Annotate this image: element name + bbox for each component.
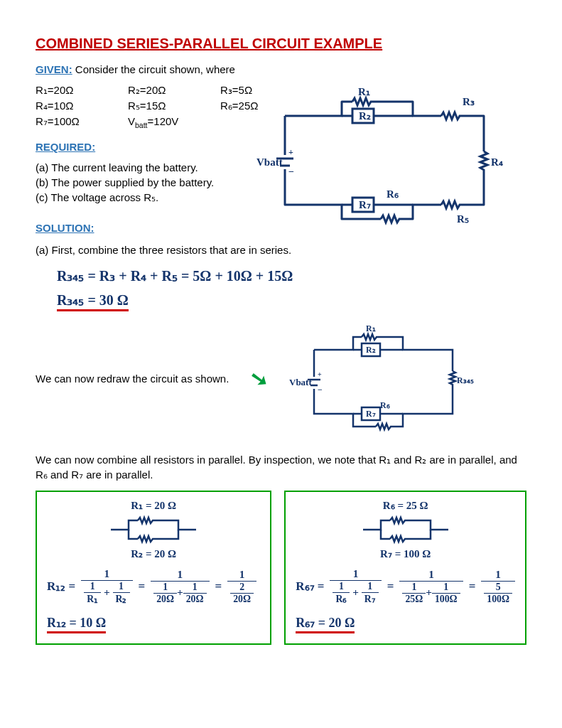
svg-text:Vbatt: Vbatt: [256, 156, 283, 168]
page-title: COMBINED SERIES-PARALLEL CIRCUIT EXAMPLE: [36, 36, 526, 52]
given-vbatt: Vbatt=120V: [128, 115, 220, 129]
svg-text:R₄: R₄: [491, 156, 503, 168]
given-r5: R₅=15Ω: [128, 100, 220, 112]
svg-text:R₇: R₇: [366, 409, 376, 419]
svg-text:R₆: R₆: [387, 188, 399, 200]
given-intro: Consider the circuit shown, where: [72, 63, 235, 75]
svg-text:R₇: R₇: [359, 199, 371, 210]
box-r12: R₁ = 20 Ω R₂ = 20 Ω R₁₂ = 11R₁ + 1R₂ = 1…: [36, 491, 271, 645]
circuit-diagram-simplified: R₁ R₂ R₃₄₅ R₆ R₇ Vbatt + −: [289, 321, 474, 435]
svg-text:R₂: R₂: [366, 345, 376, 355]
svg-text:R₃₄₅: R₃₄₅: [457, 375, 474, 385]
svg-text:R₃: R₃: [463, 96, 475, 107]
svg-text:−: −: [318, 385, 323, 395]
given-r2: R₂=20Ω: [128, 84, 220, 97]
svg-text:R₂: R₂: [359, 110, 371, 122]
svg-text:R₁: R₁: [358, 86, 370, 97]
circuit-diagram-main: R₁ R₂ R₃ R₄ R₅ R₆ R₇ Vbatt + −: [256, 84, 505, 226]
svg-text:R₅: R₅: [457, 213, 469, 225]
given-r1: R₁=20Ω: [36, 84, 128, 97]
svg-text:+: +: [288, 147, 293, 157]
solution-a-intro: (a) First, combine the three resistors t…: [36, 242, 526, 257]
given-r4: R₄=10Ω: [36, 100, 128, 112]
given-label: GIVEN:: [36, 63, 72, 75]
svg-text:+: +: [318, 370, 322, 378]
redraw-row: We can now redraw the circuit as shown. …: [36, 321, 526, 435]
box-r67: R₆ = 25 Ω R₇ = 100 Ω R₆₇ = 11R₆ + 1R₇ = …: [284, 491, 526, 645]
svg-text:R₁: R₁: [366, 323, 376, 333]
redraw-text: We can now redraw the circuit as shown.: [36, 373, 229, 385]
equation-r345: R₃₄₅ = R₃ + R₄ + R₅ = 5Ω + 10Ω + 15Ω R₃₄…: [57, 267, 526, 311]
svg-text:−: −: [288, 166, 294, 177]
parallel-text: We can now combine all resistors in para…: [36, 452, 526, 482]
given-line: GIVEN: Consider the circuit shown, where: [36, 62, 526, 77]
arrow-icon: ➘: [248, 365, 270, 392]
svg-text:Vbatt: Vbatt: [289, 377, 312, 387]
svg-text:R₆: R₆: [380, 400, 390, 410]
given-r7: R₇=100Ω: [36, 115, 128, 129]
